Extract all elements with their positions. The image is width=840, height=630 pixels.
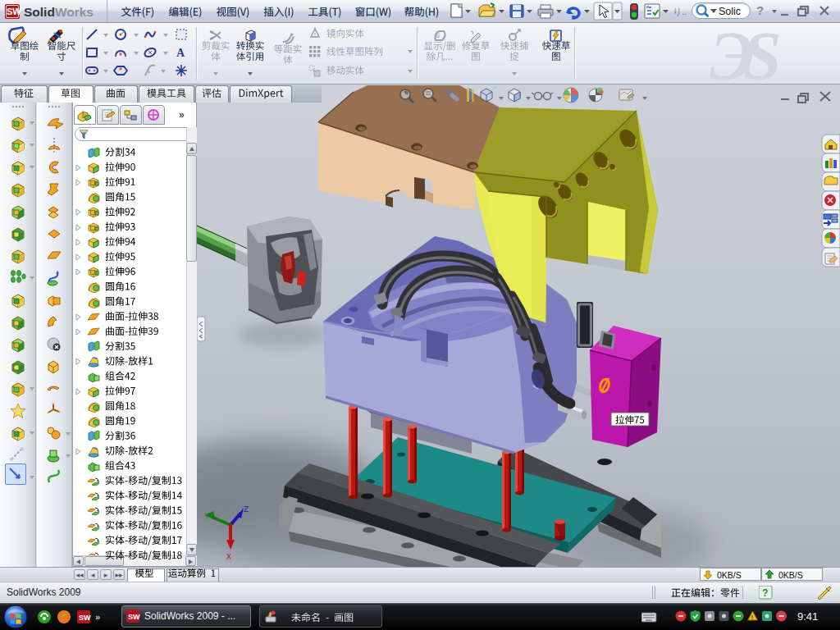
svg-text:Z: Z	[244, 505, 249, 514]
svg-text:Solic: Solic	[719, 6, 741, 17]
svg-text:SW: SW	[128, 613, 140, 621]
svg-text:!: !	[751, 614, 753, 621]
svg-text:Y: Y	[204, 512, 209, 521]
svg-text:X: X	[226, 553, 231, 562]
svg-text:A: A	[176, 47, 185, 59]
svg-text:SolidWorks: SolidWorks	[24, 5, 94, 19]
svg-text:SW: SW	[7, 7, 21, 16]
svg-text:6: 6	[436, 31, 440, 39]
svg-text:SW: SW	[79, 614, 91, 622]
svg-text:り..: り..	[673, 7, 687, 16]
svg-text:»: »	[95, 612, 100, 622]
svg-text:?: ?	[762, 587, 768, 599]
